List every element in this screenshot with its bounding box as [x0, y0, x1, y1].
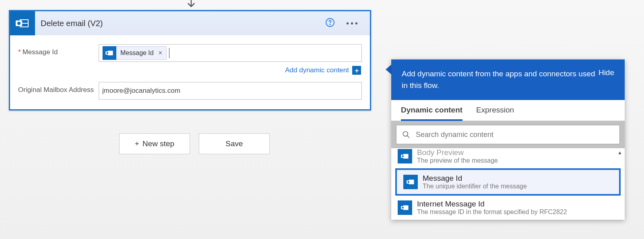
message-id-input[interactable]: Message Id × [99, 44, 362, 62]
add-dynamic-content-link[interactable]: Add dynamic content ＋ [99, 66, 361, 75]
dynamic-item-desc: The message ID in the format specified b… [417, 208, 567, 216]
outlook-item-icon [398, 200, 412, 215]
tab-expression[interactable]: Expression [476, 106, 514, 121]
svg-point-6 [330, 24, 330, 25]
dynamic-item-body-preview[interactable]: Body Preview The preview of the message [391, 148, 625, 168]
dynamic-item-message-id[interactable]: Message Id The unique identifier of the … [395, 168, 621, 196]
outlook-token-icon [103, 46, 116, 60]
svg-point-14 [402, 155, 404, 157]
svg-point-4 [17, 22, 21, 25]
add-dynamic-content-icon: ＋ [352, 66, 361, 75]
dynamic-content-search-input[interactable] [416, 131, 614, 139]
search-icon [402, 131, 410, 139]
field-label-message-id: *Message Id [18, 44, 99, 56]
field-label-mailbox: Original Mailbox Address [18, 82, 99, 94]
svg-line-11 [407, 136, 409, 138]
popup-hide-button[interactable]: Hide [599, 68, 614, 77]
outlook-item-icon [403, 175, 418, 189]
dynamic-content-list: ▲ Body Preview The preview of the messag… [391, 148, 625, 220]
dynamic-content-popup: Add dynamic content from the apps and co… [391, 59, 625, 220]
token-message-id[interactable]: Message Id × [102, 46, 167, 60]
dynamic-item-label: Message Id [423, 174, 527, 183]
svg-point-9 [107, 52, 109, 54]
popup-header: Add dynamic content from the apps and co… [391, 59, 625, 100]
mailbox-input[interactable] [99, 82, 362, 100]
action-card-title: Delete email (V2) [35, 19, 325, 28]
popup-heading: Add dynamic content from the apps and co… [402, 68, 599, 91]
token-label: Message Id [116, 49, 158, 57]
footer-buttons: +New step Save [119, 133, 270, 154]
scroll-up-arrow-icon[interactable]: ▲ [617, 150, 622, 155]
dynamic-item-label: Body Preview [417, 148, 498, 157]
dynamic-item-internet-message-id[interactable]: Internet Message Id The message ID in th… [391, 196, 625, 220]
save-button[interactable]: Save [199, 133, 270, 154]
field-row-message-id: *Message Id Message Id × [18, 44, 362, 79]
dynamic-item-desc: The preview of the message [417, 157, 498, 164]
required-asterisk: * [18, 48, 21, 56]
action-card-delete-email: Delete email (V2) ••• *Message Id [9, 10, 371, 110]
tab-dynamic-content[interactable]: Dynamic content [401, 106, 462, 121]
help-icon[interactable] [325, 18, 335, 29]
token-remove-icon[interactable]: × [158, 49, 166, 57]
svg-point-17 [408, 181, 410, 183]
text-caret [169, 48, 169, 58]
new-step-button[interactable]: +New step [119, 133, 190, 154]
dynamic-content-search[interactable] [396, 125, 620, 144]
outlook-item-icon [398, 149, 412, 163]
dynamic-item-label: Internet Message Id [417, 200, 567, 208]
popup-tabs: Dynamic content Expression [391, 100, 625, 121]
action-card-more-menu[interactable]: ••• [346, 19, 359, 28]
outlook-connector-icon [10, 11, 35, 35]
action-card-header[interactable]: Delete email (V2) ••• [10, 11, 370, 35]
popup-callout-arrow-icon [386, 65, 391, 74]
dynamic-item-desc: The unique identifier of the message [423, 183, 527, 190]
svg-point-20 [402, 207, 404, 209]
field-row-mailbox: Original Mailbox Address [18, 82, 362, 100]
